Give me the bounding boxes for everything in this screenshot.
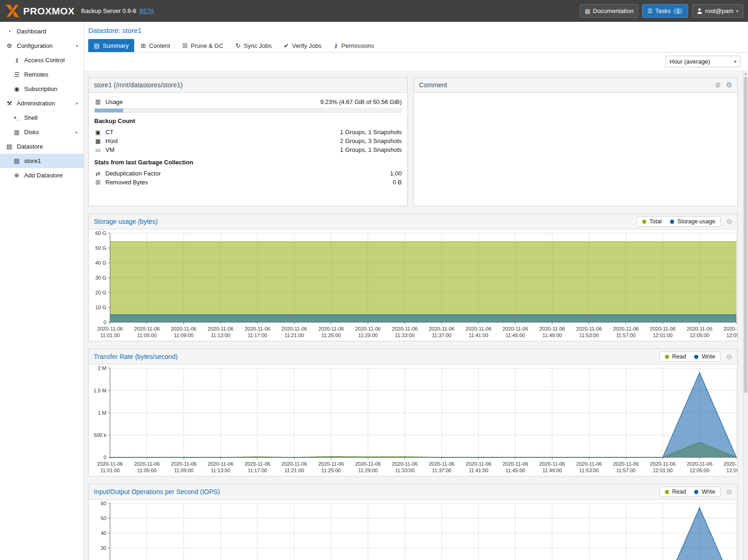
svg-text:2020-11-0611:21:00: 2020-11-0611:21:00 bbox=[281, 461, 307, 473]
sidebar-item-shell[interactable]: >_ Shell bbox=[0, 111, 84, 125]
iops-chart-panel: Input/Output Operations per Second (IOPS… bbox=[88, 484, 738, 560]
svg-text:2020-11-0611:25:00: 2020-11-0611:25:00 bbox=[318, 461, 344, 473]
svg-text:2020-11-0611:45:00: 2020-11-0611:45:00 bbox=[502, 326, 528, 338]
sidebar: ◔ Dashboard ⚙ Configuration ▾ ⚷ Access C… bbox=[0, 22, 84, 560]
chart-svg: 0500 k1 M1.5 M2 M2020-11-0611:01:002020-… bbox=[89, 365, 737, 476]
panel-header: store1 (/mnt/datastores/store1) bbox=[89, 78, 407, 93]
sidebar-item-access-control[interactable]: ⚷ Access Control bbox=[0, 53, 84, 67]
table-row: ⇄ Deduplication Factor 1.00 bbox=[94, 169, 402, 178]
legend-dot bbox=[642, 220, 646, 224]
key-icon: ⚷ bbox=[334, 42, 338, 49]
svg-text:2020-11-0611:13:00: 2020-11-0611:13:00 bbox=[208, 461, 233, 473]
legend-item-write[interactable]: Write bbox=[694, 488, 715, 495]
svg-text:30: 30 bbox=[101, 545, 106, 551]
svg-text:2020-11-0611:41:00: 2020-11-0611:41:00 bbox=[466, 461, 491, 473]
legend-item-read[interactable]: Read bbox=[665, 488, 686, 495]
svg-text:2020-11-0611:29:00: 2020-11-0611:29:00 bbox=[355, 461, 381, 473]
svg-text:20 G: 20 G bbox=[95, 290, 106, 295]
terminal-icon: >_ bbox=[13, 115, 21, 120]
tab-label: Prune & GC bbox=[191, 42, 223, 49]
user-icon bbox=[697, 8, 702, 14]
legend-dot bbox=[665, 355, 669, 359]
tab-permissions[interactable]: ⚷ Permissions bbox=[328, 39, 380, 52]
row-value: 1 Groups, 1 Snapshots bbox=[340, 129, 402, 136]
chevron-right-icon[interactable]: ▸ bbox=[76, 130, 78, 135]
chart-legend: ReadWrite bbox=[659, 487, 721, 497]
svg-text:2020-11-0611:17:00: 2020-11-0611:17:00 bbox=[245, 326, 270, 338]
sidebar-item-label: Shell bbox=[24, 114, 38, 121]
svg-text:2020-11-0611:29:00: 2020-11-0611:29:00 bbox=[355, 326, 381, 338]
tab-content[interactable]: ⊞ Content bbox=[135, 39, 176, 52]
sidebar-item-label: Access Control bbox=[24, 57, 65, 64]
tab-prune-gc[interactable]: ☒ Prune & GC bbox=[176, 39, 229, 52]
table-row: ▣ CT 1 Groups, 1 Snapshots bbox=[94, 128, 402, 137]
usage-progress-fill bbox=[95, 109, 123, 112]
sidebar-item-subscription[interactable]: ◉ Subscription bbox=[0, 82, 84, 96]
task-list-icon: ☰ bbox=[647, 8, 652, 14]
legend-item-total[interactable]: Total bbox=[642, 218, 662, 225]
legend-item-storage-usage[interactable]: Storage usage bbox=[670, 218, 715, 225]
sidebar-item-datastore[interactable]: ▤ Datastore bbox=[0, 139, 84, 154]
book-icon: ▤ bbox=[585, 8, 590, 14]
sidebar-item-remotes[interactable]: ☰ Remotes bbox=[0, 67, 84, 82]
legend-dot bbox=[694, 490, 698, 494]
tab-sync-jobs[interactable]: ↻ Sync Jobs bbox=[230, 39, 277, 52]
user-menu-button[interactable]: root@pam ▾ bbox=[692, 4, 743, 18]
tab-label: Verify Jobs bbox=[292, 42, 322, 49]
check-circle-icon: ✔ bbox=[284, 42, 289, 49]
svg-text:2020-11-0611:05:00: 2020-11-0611:05:00 bbox=[134, 461, 160, 473]
documentation-button[interactable]: ▤ Documentation bbox=[580, 4, 639, 18]
legend-item-write[interactable]: Write bbox=[694, 353, 715, 360]
tab-verify-jobs[interactable]: ✔ Verify Jobs bbox=[278, 39, 327, 52]
page-title: Datastore: store1 bbox=[88, 26, 743, 34]
vertical-scrollbar[interactable]: ▲ bbox=[743, 71, 748, 560]
summary-row: store1 (/mnt/datastores/store1) ▥ Usage … bbox=[88, 77, 738, 206]
row-label: Removed Bytes bbox=[105, 179, 148, 186]
documentation-label: Documentation bbox=[593, 7, 633, 14]
collapse-icon[interactable]: ⊖ bbox=[726, 488, 732, 496]
sidebar-item-disks[interactable]: ▥ Disks ▸ bbox=[0, 125, 84, 139]
tasks-button[interactable]: ☰ Tasks 1 bbox=[642, 4, 688, 18]
sidebar-item-dashboard[interactable]: ◔ Dashboard bbox=[0, 24, 84, 39]
scroll-up-arrow[interactable]: ▲ bbox=[743, 71, 748, 77]
chart-header: Storage usage (bytes) TotalStorage usage… bbox=[89, 214, 737, 229]
table-row: ▭ VM 1 Groups, 1 Snapshots bbox=[94, 145, 402, 154]
server-icon: ☰ bbox=[13, 71, 21, 78]
chevron-down-icon[interactable]: ▾ bbox=[76, 101, 78, 106]
svg-text:50 G: 50 G bbox=[95, 245, 106, 251]
tab-summary[interactable]: ▤ Summary bbox=[88, 39, 134, 52]
sidebar-item-administration[interactable]: ⚒ Administration ▾ bbox=[0, 96, 84, 111]
sidebar-item-label: Add Datastore bbox=[24, 172, 63, 179]
legend-label: Total bbox=[650, 218, 662, 225]
row-value: 0 B bbox=[393, 179, 402, 186]
svg-text:2020-11-0611:49:00: 2020-11-0611:49:00 bbox=[540, 326, 565, 338]
row-value: 1.00 bbox=[390, 170, 402, 177]
sidebar-item-label: Administration bbox=[17, 100, 55, 107]
edit-comment-icon[interactable]: ⊘ bbox=[715, 81, 721, 89]
wrench-icon: ⚒ bbox=[5, 100, 13, 107]
svg-text:2020-11-0612:01:00: 2020-11-0612:01:00 bbox=[650, 461, 676, 473]
chart-area: 0500 k1 M1.5 M2 M2020-11-0611:01:002020-… bbox=[89, 365, 737, 476]
svg-text:2020-11-0611:37:00: 2020-11-0611:37:00 bbox=[429, 461, 454, 473]
chevron-down-icon[interactable]: ▾ bbox=[76, 43, 78, 48]
sidebar-item-store1[interactable]: ▤ store1 bbox=[0, 154, 84, 168]
collapse-icon[interactable]: ⊖ bbox=[726, 217, 732, 226]
svg-text:2020-11-0611:49:00: 2020-11-0611:49:00 bbox=[540, 461, 565, 473]
legend-dot bbox=[665, 490, 669, 494]
legend-label: Write bbox=[702, 353, 715, 360]
sidebar-item-label: Subscription bbox=[24, 85, 58, 92]
collapse-icon[interactable]: ⊖ bbox=[726, 352, 732, 361]
scrollbar-thumb[interactable] bbox=[744, 77, 748, 393]
sidebar-item-configuration[interactable]: ⚙ Configuration ▾ bbox=[0, 39, 84, 53]
sidebar-item-add-datastore[interactable]: ⊕ Add Datastore bbox=[0, 168, 84, 182]
chart-svg: 010 G20 G30 G40 G50 G60 G2020-11-0611:01… bbox=[89, 229, 737, 341]
beta-link[interactable]: BETA bbox=[139, 8, 154, 14]
svg-text:2020-11-0611:53:00: 2020-11-0611:53:00 bbox=[576, 461, 602, 473]
svg-text:2020-11-0611:05:00: 2020-11-0611:05:00 bbox=[134, 326, 160, 338]
gear-icon[interactable]: ⚙ bbox=[726, 81, 732, 89]
usage-value: 9.23% (4.67 GiB of 50.56 GiB) bbox=[320, 98, 402, 105]
timeframe-select[interactable]: Hour (average) ▾ bbox=[665, 56, 741, 67]
chart-legend: ReadWrite bbox=[659, 352, 721, 362]
legend-item-read[interactable]: Read bbox=[665, 353, 686, 360]
tasks-label: Tasks bbox=[655, 7, 670, 14]
